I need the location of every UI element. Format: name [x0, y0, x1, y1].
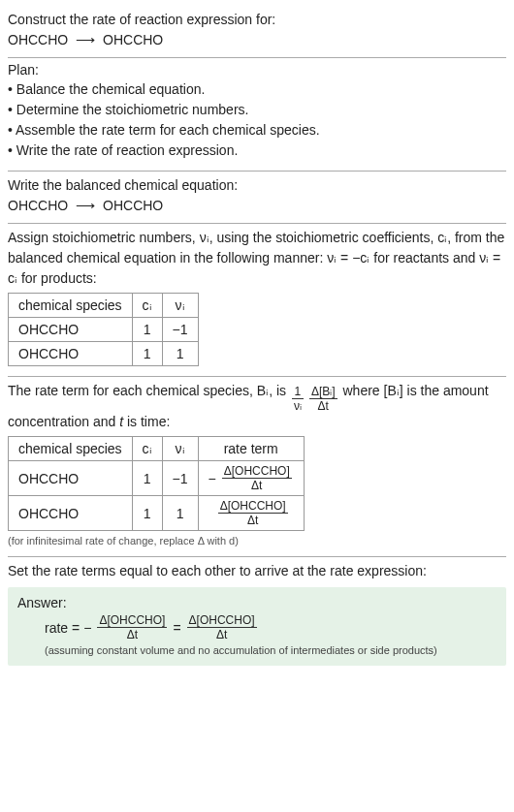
text: for products: [17, 270, 97, 286]
frac-den: νᵢ [292, 399, 304, 412]
frac-den: Δt [218, 514, 288, 526]
arrow-icon: ⟶ [76, 198, 95, 213]
frac-den: Δt [97, 628, 167, 640]
cell-ci: 1 [132, 461, 162, 496]
frac-den: Δt [187, 628, 257, 640]
rateterm-text: The rate term for each chemical species,… [8, 381, 506, 432]
cell-ci: 1 [132, 496, 162, 531]
rateterm-table: chemical species cᵢ νᵢ rate term OHCCHO … [8, 436, 305, 531]
frac-num: Δ[OHCCHO] [187, 614, 257, 628]
plan-section: Plan: • Balance the chemical equation. •… [8, 58, 506, 171]
table-row: OHCCHO 1 −1 [9, 318, 199, 342]
final-heading: Set the rate terms equal to each other t… [8, 561, 506, 581]
rateterm-note: (for infinitesimal rate of change, repla… [8, 535, 506, 547]
table-row: OHCCHO 1 1 [9, 342, 199, 366]
answer-expression: rate = − Δ[OHCCHO] Δt = Δ[OHCCHO] Δt [45, 614, 497, 640]
table-header-row: chemical species cᵢ νᵢ rate term [9, 437, 305, 461]
table-header-row: chemical species cᵢ νᵢ [9, 294, 199, 318]
answer-label: Answer: [17, 595, 497, 610]
balanced-equation: OHCCHO ⟶ OHCCHO [8, 198, 506, 213]
text: where [342, 383, 383, 398]
balanced-heading: Write the balanced chemical equation: [8, 175, 506, 196]
text: Assign stoichiometric numbers, [8, 230, 200, 245]
table-row: OHCCHO 1 −1 − Δ[OHCCHO] Δt [9, 461, 305, 496]
fraction: Δ[OHCCHO] Δt [218, 500, 288, 526]
prompt-section: Construct the rate of reaction expressio… [8, 6, 506, 57]
text: , using the stoichiometric coefficients, [209, 230, 438, 245]
frac-num: Δ[Bᵢ] [309, 386, 337, 399]
fraction: Δ[OHCCHO] Δt [97, 614, 167, 640]
equals-sign: = [173, 620, 180, 636]
col-ci: cᵢ [132, 437, 162, 461]
cell-ci: 1 [132, 342, 162, 366]
plan-item: • Determine the stoichiometric numbers. [8, 100, 506, 120]
fraction: Δ[OHCCHO] Δt [222, 465, 292, 491]
cell-ci: 1 [132, 318, 162, 342]
col-species: chemical species [9, 437, 133, 461]
cell-species: OHCCHO [9, 461, 133, 496]
cell-rate: − Δ[OHCCHO] Δt [198, 461, 304, 496]
plan-item: • Assemble the rate term for each chemic… [8, 120, 506, 141]
bi: Bᵢ [257, 383, 269, 398]
conc-bi: [Bᵢ] [384, 383, 403, 398]
cell-species: OHCCHO [9, 342, 133, 366]
plan-item: • Write the rate of reaction expression. [8, 141, 506, 161]
balanced-reactant: OHCCHO [8, 198, 68, 213]
stoich-table: chemical species cᵢ νᵢ OHCCHO 1 −1 OHCCH… [8, 293, 199, 366]
rate-lhs: rate = [45, 620, 80, 636]
cell-rate: Δ[OHCCHO] Δt [198, 496, 304, 531]
prompt-reactant: OHCCHO [8, 32, 68, 47]
frac-num: 1 [292, 386, 304, 399]
text: for reactants and [369, 250, 479, 265]
text: , is [269, 383, 290, 398]
minus-sign: − [209, 471, 216, 486]
col-ci: cᵢ [132, 294, 162, 318]
rateterm-section: The rate term for each chemical species,… [8, 377, 506, 556]
final-section: Set the rate terms equal to each other t… [8, 557, 506, 670]
stoich-text: Assign stoichiometric numbers, νᵢ, using… [8, 228, 506, 289]
plan-heading: Plan: [8, 62, 506, 78]
frac-num: Δ[OHCCHO] [222, 465, 292, 479]
cell-nui: 1 [162, 342, 198, 366]
prompt-title: Construct the rate of reaction expressio… [8, 10, 506, 30]
cell-species: OHCCHO [9, 496, 133, 531]
answer-note: (assuming constant volume and no accumul… [45, 644, 497, 656]
table-row: OHCCHO 1 1 Δ[OHCCHO] Δt [9, 496, 305, 531]
fraction: Δ[OHCCHO] Δt [187, 614, 257, 640]
fraction: Δ[Bᵢ] Δt [309, 386, 337, 412]
frac-num: Δ[OHCCHO] [218, 500, 288, 514]
stoich-section: Assign stoichiometric numbers, νᵢ, using… [8, 224, 506, 376]
cell-species: OHCCHO [9, 318, 133, 342]
frac-num: Δ[OHCCHO] [97, 614, 167, 628]
cell-nui: −1 [162, 461, 198, 496]
col-rate: rate term [198, 437, 304, 461]
text: is time: [123, 414, 170, 429]
prompt-equation: OHCCHO ⟶ OHCCHO [8, 32, 506, 47]
col-nui: νᵢ [162, 294, 198, 318]
col-nui: νᵢ [162, 437, 198, 461]
cell-nui: −1 [162, 318, 198, 342]
frac-den: Δt [222, 479, 292, 491]
rate-formula: 1 νᵢ Δ[Bᵢ] Δt [290, 386, 339, 412]
frac-den: Δt [309, 399, 337, 412]
cell-nui: 1 [162, 496, 198, 531]
minus-sign: − [83, 620, 91, 636]
nu-i: νᵢ [200, 230, 209, 245]
fraction: 1 νᵢ [292, 386, 304, 412]
col-species: chemical species [9, 294, 133, 318]
plan-item: • Balance the chemical equation. [8, 79, 506, 100]
prompt-product: OHCCHO [103, 32, 163, 47]
plan-bullets: • Balance the chemical equation. • Deter… [8, 79, 506, 161]
balanced-product: OHCCHO [103, 198, 163, 213]
balanced-section: Write the balanced chemical equation: OH… [8, 172, 506, 223]
relation-reactant: νᵢ = −cᵢ [327, 250, 369, 265]
arrow-icon: ⟶ [76, 32, 95, 47]
answer-box: Answer: rate = − Δ[OHCCHO] Δt = Δ[OHCCHO… [8, 587, 506, 666]
text: The rate term for each chemical species, [8, 383, 257, 398]
c-i: cᵢ [437, 230, 447, 245]
